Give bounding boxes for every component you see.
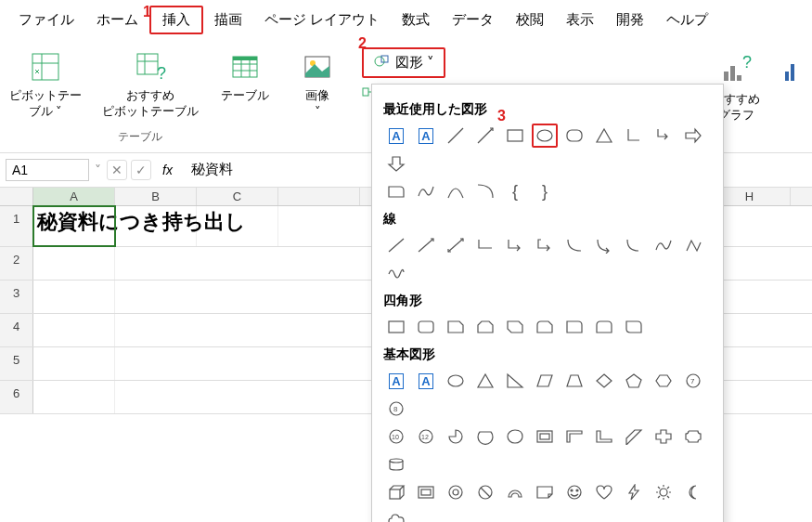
rect-snip-round[interactable] bbox=[532, 315, 558, 339]
menu-view[interactable]: 表示 bbox=[555, 7, 605, 33]
line-plain[interactable] bbox=[383, 233, 409, 257]
line-elbow-double[interactable] bbox=[532, 233, 558, 257]
shape-arc[interactable] bbox=[443, 179, 469, 203]
menu-pagelayout[interactable]: ページ レイアウト bbox=[253, 7, 391, 33]
basic-teardrop[interactable] bbox=[502, 424, 528, 449]
menu-review[interactable]: 校閲 bbox=[505, 7, 555, 33]
menu-insert[interactable]: 挿入 bbox=[149, 6, 203, 34]
cell-a1[interactable]: 秘資料につき持ち出し bbox=[33, 206, 115, 246]
col-header-a[interactable]: A bbox=[33, 188, 115, 205]
col-header-b[interactable]: B bbox=[115, 188, 197, 205]
cell-a5[interactable] bbox=[33, 347, 115, 380]
line-curved-double[interactable] bbox=[621, 233, 647, 257]
cell-a6[interactable] bbox=[33, 381, 115, 413]
shape-rectangle[interactable] bbox=[502, 124, 528, 148]
shape-textbox[interactable]: A bbox=[383, 124, 409, 148]
shape-right-arrow[interactable] bbox=[680, 124, 706, 148]
basic-parallelogram[interactable] bbox=[532, 369, 558, 393]
rect-snip2-diag[interactable] bbox=[502, 315, 528, 339]
basic-can[interactable] bbox=[383, 452, 409, 476]
shape-curve[interactable] bbox=[472, 179, 498, 203]
line-curved-arrow[interactable] bbox=[591, 233, 617, 257]
row-header-2[interactable]: 2 bbox=[0, 247, 33, 280]
shape-l-shape[interactable] bbox=[621, 124, 647, 148]
shape-left-brace[interactable]: { bbox=[502, 179, 528, 203]
basic-pie[interactable] bbox=[443, 424, 469, 449]
shape-line-arrow[interactable] bbox=[472, 124, 498, 148]
basic-moon[interactable] bbox=[680, 480, 706, 504]
basic-bevel[interactable] bbox=[413, 480, 439, 504]
basic-right-triangle[interactable] bbox=[502, 369, 528, 393]
charts-partial-button[interactable] bbox=[773, 51, 812, 90]
select-all-corner[interactable] bbox=[0, 188, 33, 205]
shape-textbox-vertical[interactable]: A bbox=[413, 124, 439, 148]
row-header-5[interactable]: 5 bbox=[0, 347, 33, 380]
basic-folded-corner[interactable] bbox=[532, 480, 558, 504]
shape-down-arrow[interactable] bbox=[383, 151, 409, 176]
basic-chord[interactable] bbox=[472, 424, 498, 449]
basic-lightning[interactable] bbox=[621, 480, 647, 504]
row-header-4[interactable]: 4 bbox=[0, 314, 33, 346]
basic-dodecagon[interactable]: 12 bbox=[413, 424, 439, 449]
basic-oval[interactable] bbox=[443, 369, 469, 393]
shape-rounded-rect[interactable] bbox=[561, 124, 587, 148]
rect-snip2-same[interactable] bbox=[472, 315, 498, 339]
basic-plaque[interactable] bbox=[680, 424, 706, 449]
row-header-3[interactable]: 3 bbox=[0, 281, 33, 313]
basic-cube[interactable] bbox=[383, 480, 409, 504]
col-header-d[interactable] bbox=[278, 188, 360, 205]
basic-decagon[interactable]: 10 bbox=[383, 424, 409, 449]
table-button[interactable]: テーブル bbox=[217, 47, 273, 106]
formula-text[interactable]: 秘資料 bbox=[184, 161, 233, 178]
basic-textbox-v[interactable]: A bbox=[413, 369, 439, 393]
basic-diamond[interactable] bbox=[591, 369, 617, 393]
pivot-table-button[interactable]: ピボットテー ブル ˅ bbox=[7, 47, 84, 122]
cell-a2[interactable] bbox=[33, 247, 115, 280]
basic-hexagon[interactable] bbox=[651, 369, 677, 393]
basic-diag-stripe[interactable] bbox=[621, 424, 647, 449]
line-freeform[interactable] bbox=[680, 233, 706, 257]
line-elbow-arrow[interactable] bbox=[502, 233, 528, 257]
menu-home[interactable]: ホーム bbox=[85, 7, 149, 33]
rect-round1[interactable] bbox=[561, 315, 587, 339]
menu-draw[interactable]: 描画 bbox=[203, 7, 253, 33]
line-curved-conn[interactable] bbox=[561, 233, 587, 257]
cell-a3[interactable] bbox=[33, 281, 115, 313]
rect-plain[interactable] bbox=[383, 315, 409, 339]
line-elbow[interactable] bbox=[472, 233, 498, 257]
fx-label[interactable]: fx bbox=[157, 163, 178, 177]
line-arrow[interactable] bbox=[413, 233, 439, 257]
shape-right-brace[interactable]: } bbox=[532, 179, 558, 203]
basic-pentagon[interactable] bbox=[621, 369, 647, 393]
enter-formula-button[interactable]: ✓ bbox=[131, 160, 151, 180]
basic-frame[interactable] bbox=[532, 424, 558, 449]
shape-scribble[interactable] bbox=[413, 179, 439, 203]
shape-triangle[interactable] bbox=[591, 124, 617, 148]
basic-donut[interactable] bbox=[443, 480, 469, 504]
basic-cloud[interactable] bbox=[383, 508, 409, 522]
basic-smiley[interactable] bbox=[561, 480, 587, 504]
row-header-6[interactable]: 6 bbox=[0, 381, 33, 413]
rect-snip1[interactable] bbox=[443, 315, 469, 339]
basic-sun[interactable] bbox=[651, 480, 677, 504]
cancel-formula-button[interactable]: ✕ bbox=[107, 160, 127, 180]
rect-round2-diag[interactable] bbox=[621, 315, 647, 339]
line-scribble[interactable] bbox=[383, 261, 409, 285]
menu-file[interactable]: ファイル bbox=[7, 7, 85, 33]
shape-bent-arrow[interactable] bbox=[651, 124, 677, 148]
basic-textbox[interactable]: A bbox=[383, 369, 409, 393]
row-header-1[interactable]: 1 bbox=[0, 206, 33, 246]
name-box[interactable]: A1 bbox=[6, 159, 89, 181]
line-double-arrow[interactable] bbox=[443, 233, 469, 257]
rect-round2-same[interactable] bbox=[591, 315, 617, 339]
menu-formulas[interactable]: 数式 bbox=[391, 7, 441, 33]
shape-line[interactable] bbox=[443, 124, 469, 148]
rect-rounded[interactable] bbox=[413, 315, 439, 339]
basic-half-frame[interactable] bbox=[561, 424, 587, 449]
line-curve-tool[interactable] bbox=[651, 233, 677, 257]
menu-dev[interactable]: 開発 bbox=[605, 7, 655, 33]
basic-trapezoid[interactable] bbox=[561, 369, 587, 393]
basic-heart[interactable] bbox=[591, 480, 617, 504]
recommended-pivot-button[interactable]: ? おすすめ ピボットテーブル bbox=[100, 47, 200, 122]
shape-round-single-corner[interactable] bbox=[383, 179, 409, 203]
